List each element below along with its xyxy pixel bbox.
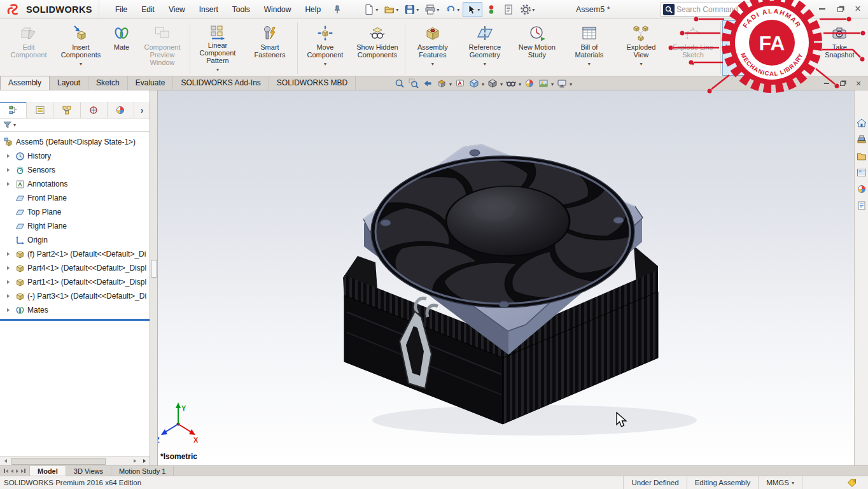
assembly-features-button[interactable]: Assembly Features [407,20,459,76]
component-preview-window-button[interactable]: Component Preview Window [136,20,188,76]
rebuild-button[interactable] [483,2,500,17]
linear-component-pattern-button[interactable]: Linear Component Pattern [192,20,244,76]
menu-tools[interactable]: Tools [225,0,257,19]
search-icon[interactable] [740,5,749,14]
select-button[interactable] [463,2,482,17]
menu-edit[interactable]: Edit [134,0,162,19]
scrollbar-thumb[interactable] [11,458,106,465]
tree-item-top-plane[interactable]: Top Plane [0,205,150,219]
pane-expand-button[interactable] [139,457,149,465]
tags-button[interactable] [802,476,864,489]
propertymanager-tab[interactable] [27,102,53,118]
featuremanager-tree-tab[interactable] [0,102,27,118]
tree-item-sensors[interactable]: Sensors [0,163,150,177]
scroll-right-button[interactable] [130,457,139,465]
new-button[interactable] [361,2,381,17]
tree-item-front-plane[interactable]: Front Plane [0,191,150,205]
smart-fasteners-button[interactable]: Smart Fasteners [244,20,296,76]
tab-solidworks-add-ins[interactable]: SOLIDWORKS Add-Ins [173,76,269,90]
previous-tab-button[interactable] [11,469,13,473]
open-button[interactable] [381,2,401,17]
doc-minimize-button[interactable] [820,78,833,89]
graphics-area[interactable]: Y X Z *Isometric [158,90,854,465]
design-library-icon[interactable] [856,134,867,145]
tab-model[interactable]: Model [30,466,66,476]
view-settings-caret[interactable] [570,79,572,88]
tree-item-history[interactable]: History [0,149,150,163]
hide-show-items-icon[interactable] [505,78,517,89]
previous-view-icon[interactable] [421,78,433,89]
tab-sketch[interactable]: Sketch [88,76,128,90]
tree-item-part4[interactable]: Part4<1> (Default<<Default>_Displ [0,261,150,275]
splitter-grip[interactable] [151,260,157,278]
tree-item-annotations[interactable]: Annotations [0,177,150,191]
rollback-bar[interactable] [0,319,150,321]
help-button[interactable] [766,3,780,13]
tree-item-origin[interactable]: Origin [0,233,150,247]
apply-scene-icon[interactable] [537,78,549,89]
tab-assembly[interactable]: Assembly [0,76,50,90]
last-tab-button[interactable] [21,469,25,473]
menu-file[interactable]: File [108,0,134,19]
move-component-button[interactable]: Move Component [299,20,351,76]
menu-insert[interactable]: Insert [192,0,225,19]
expand-chevron-icon[interactable] [7,280,13,284]
tree-item-right-plane[interactable]: Right Plane [0,219,150,233]
tree-item-part1[interactable]: Part1<1> (Default<<Default>_Displ [0,275,150,289]
print-button[interactable] [422,2,442,17]
save-button[interactable] [402,2,421,17]
expand-chevron-icon[interactable] [7,252,13,256]
expand-chevron-icon[interactable] [7,168,13,172]
view-orientation-caret[interactable] [482,79,484,88]
take-snapshot-button[interactable]: Take Snapshot [814,20,865,76]
close-button[interactable] [849,2,867,16]
menu-window[interactable]: Window [257,0,298,19]
section-view-caret[interactable] [449,79,452,88]
display-style-caret[interactable] [500,79,503,88]
menu-help[interactable]: Help [298,0,328,19]
view-palette-icon[interactable] [856,167,867,178]
expand-chevron-icon[interactable] [7,294,13,298]
mate-button[interactable]: Mate [107,20,136,76]
expand-chevron-icon[interactable] [7,308,13,312]
exploded-view-button[interactable]: Exploded View [615,20,667,76]
bill-of-materials-button[interactable]: Bill of Materials [563,20,615,76]
appearances-scenes-icon[interactable] [856,183,867,194]
first-tab-button[interactable] [4,469,8,473]
filter-funnel-icon[interactable] [3,121,12,129]
expand-chevron-icon[interactable] [7,154,13,158]
dynamic-annotation-views-icon[interactable] [454,78,466,89]
options-button[interactable] [517,2,537,17]
tab-solidworks-mbd[interactable]: SOLIDWORKS MBD [269,76,356,90]
minimize-button[interactable] [813,2,831,16]
doc-close-button[interactable] [852,78,865,89]
tab-motion-study-1[interactable]: Motion Study 1 [111,466,174,476]
tree-item-mates[interactable]: Mates [0,303,150,317]
view-settings-icon[interactable] [556,78,568,89]
custom-properties-icon[interactable] [856,200,867,211]
undo-button[interactable] [442,2,462,17]
restore-button[interactable] [831,2,849,16]
units-selector[interactable]: MMGS [758,476,802,489]
filter-caret[interactable] [13,120,16,129]
display-style-icon[interactable] [486,78,498,89]
zoom-to-fit-icon[interactable] [393,78,405,89]
expand-chevron-icon[interactable] [7,182,13,186]
file-properties-button[interactable] [500,2,517,17]
tree-item-part2[interactable]: (f) Part2<1> (Default<<Default>_Di [0,247,150,261]
solidworks-resources-icon[interactable] [856,117,867,128]
new-motion-study-button[interactable]: New Motion Study [511,20,563,76]
next-tab-button[interactable] [16,469,18,473]
insert-components-button[interactable]: Insert Components [55,20,107,76]
apply-scene-caret[interactable] [551,79,554,88]
cpu-cooler-model[interactable]: Y X Z [158,90,854,465]
dimxpertmanager-tab[interactable] [81,102,108,118]
expand-chevron-icon[interactable] [7,266,13,270]
edit-appearance-icon[interactable] [523,78,535,89]
instant3d-button[interactable]: Instant3D [722,20,759,76]
scroll-left-button[interactable] [1,457,10,465]
panel-splitter[interactable] [150,90,158,465]
file-explorer-icon[interactable] [856,150,867,161]
displaymanager-tab[interactable] [108,102,134,118]
configurationmanager-tab[interactable] [53,102,80,118]
